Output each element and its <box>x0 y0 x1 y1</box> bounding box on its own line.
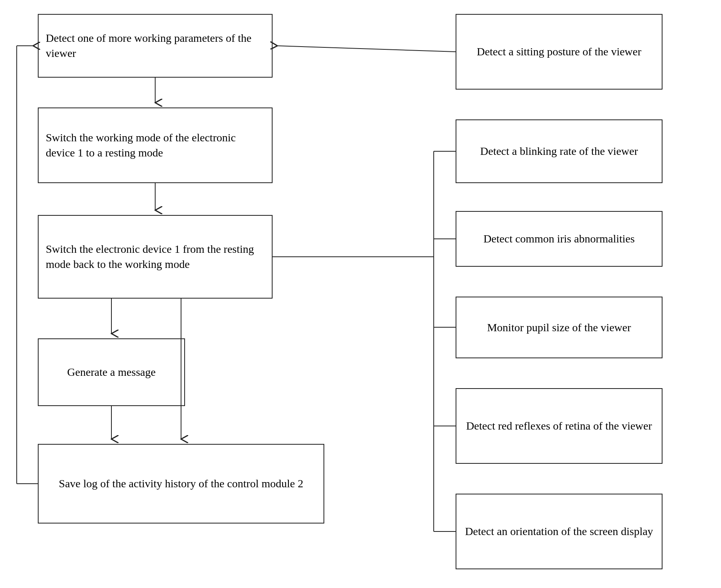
detect-params-label: Detect one of more working parameters of… <box>46 31 265 61</box>
flowchart-diagram: Detect one of more working parameters of… <box>0 0 721 588</box>
sitting-posture-label: Detect a sitting posture of the viewer <box>477 44 641 59</box>
svg-line-8 <box>277 46 456 52</box>
switch-back-label: Switch the electronic device 1 from the … <box>46 242 265 272</box>
orientation-label: Detect an orientation of the screen disp… <box>465 524 653 539</box>
save-log-box: Save log of the activity history of the … <box>38 444 324 524</box>
iris-abnorm-box: Detect common iris abnormalities <box>456 211 663 267</box>
switch-back-box: Switch the electronic device 1 from the … <box>38 215 273 299</box>
switch-resting-box: Switch the working mode of the electroni… <box>38 107 273 183</box>
sitting-posture-box: Detect a sitting posture of the viewer <box>456 14 663 90</box>
red-reflex-box: Detect red reflexes of retina of the vie… <box>456 388 663 464</box>
orientation-box: Detect an orientation of the screen disp… <box>456 494 663 569</box>
switch-resting-label: Switch the working mode of the electroni… <box>46 130 265 160</box>
pupil-size-label: Monitor pupil size of the viewer <box>487 320 631 335</box>
pupil-size-box: Monitor pupil size of the viewer <box>456 297 663 358</box>
generate-msg-label: Generate a message <box>67 365 156 380</box>
save-log-label: Save log of the activity history of the … <box>59 476 303 491</box>
generate-msg-box: Generate a message <box>38 338 185 406</box>
blinking-rate-label: Detect a blinking rate of the viewer <box>480 144 638 159</box>
iris-abnorm-label: Detect common iris abnormalities <box>483 231 635 246</box>
red-reflex-label: Detect red reflexes of retina of the vie… <box>466 418 652 434</box>
detect-params-box: Detect one of more working parameters of… <box>38 14 273 78</box>
blinking-rate-box: Detect a blinking rate of the viewer <box>456 119 663 183</box>
